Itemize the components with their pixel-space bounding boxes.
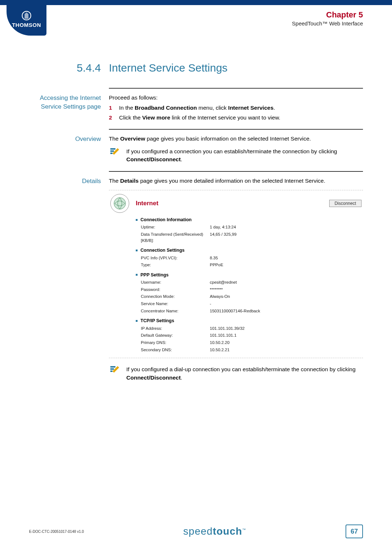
logo-mark-icon — [22, 11, 31, 22]
internet-panel: Internet Disconnect Connection Informati… — [109, 190, 363, 358]
globe-icon — [110, 194, 129, 213]
details-note: If you configured a dial-up connection y… — [109, 365, 363, 382]
brand-wordmark: speedtouch™ — [183, 526, 246, 537]
disconnect-button[interactable]: Disconnect — [329, 200, 362, 207]
step-text: In the Broadband Connection menu, click … — [119, 104, 363, 112]
panel-title: Internet — [136, 199, 323, 208]
logo-text: THOMSON — [12, 22, 41, 28]
overview-label: Overview — [29, 135, 109, 163]
svg-point-1 — [114, 198, 126, 209]
chapter-subtitle: SpeedTouch™ Web Interface — [292, 20, 363, 27]
group-tcpip-settings: TCP/IP Settings — [136, 317, 362, 324]
details-label: Details — [29, 177, 109, 382]
step-text: Click the View more link of the Internet… — [119, 114, 363, 122]
kv-row: Password:******** — [141, 287, 362, 293]
kv-row: Username:cpesit@rednet — [141, 279, 362, 285]
kv-row: Type:PPPoE — [141, 262, 362, 268]
kv-row: Concentrator Name:15031100007146-Redback — [141, 308, 362, 314]
overview-text: The Overview page gives you basic inform… — [109, 135, 363, 143]
kv-row: Default Gateway:101.101.101.1 — [141, 332, 362, 339]
section-heading: 5.4.4 Internet Service Settings — [29, 62, 363, 74]
steps-intro: Proceed as follows: — [109, 94, 363, 102]
step-number: 1 — [109, 104, 119, 112]
kv-row: Service Name:- — [141, 301, 362, 307]
page-footer: E-DOC-CTC-20051017-0148 v1.0 speedtouch™… — [29, 524, 363, 538]
kv-row: PVC Info (VPI.VCI):8.35 — [141, 255, 362, 261]
header-right: Chapter 5 SpeedTouch™ Web Interface — [292, 10, 363, 27]
step-1: 1 In the Broadband Connection menu, clic… — [109, 104, 363, 112]
chapter-label: Chapter 5 — [292, 10, 363, 20]
note-icon — [109, 147, 120, 155]
step-number: 2 — [109, 114, 119, 122]
kv-row: IP Address:101.101.101.39/32 — [141, 325, 362, 332]
details-text: The Details page gives you more detailed… — [109, 177, 363, 185]
thomson-logo: THOMSON — [7, 5, 46, 36]
note-icon — [109, 365, 120, 373]
kv-row: Uptime:1 day, 4:13:24 — [141, 224, 362, 230]
step-2: 2 Click the View more link of the Intern… — [109, 114, 363, 122]
kv-row: Primary DNS:10.50.2.20 — [141, 340, 362, 346]
kv-row: Data Transferred (Sent/Received) [KB/B]:… — [141, 231, 362, 243]
kv-row: Connection Mode:Always-On — [141, 293, 362, 300]
page-number: 67 — [346, 524, 363, 538]
group-connection-info: Connection Information — [136, 216, 362, 223]
kv-row: Secondary DNS:10.50.2.21 — [141, 347, 362, 353]
overview-note: If you configured a connection you can e… — [109, 147, 363, 164]
doc-id: E-DOC-CTC-20051017-0148 v1.0 — [29, 530, 84, 534]
section-title: Internet Service Settings — [109, 62, 228, 74]
accessing-label: Accessing the Internet Service Settings … — [29, 94, 109, 122]
group-connection-settings: Connection Settings — [136, 247, 362, 254]
group-ppp-settings: PPP Settings — [136, 272, 362, 278]
section-number: 5.4.4 — [29, 62, 109, 74]
top-band — [0, 0, 392, 5]
